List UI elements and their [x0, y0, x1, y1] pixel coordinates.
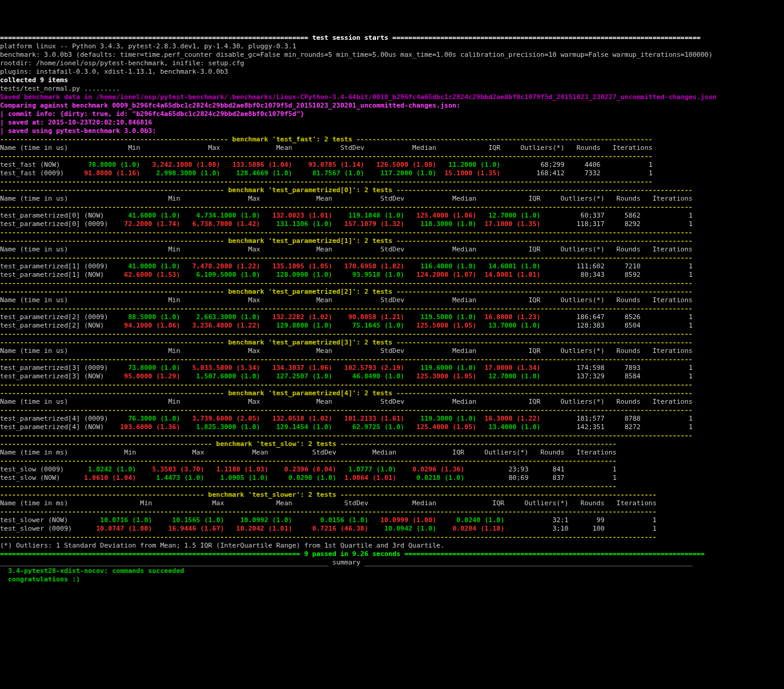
terminal-output: ========================================…: [0, 34, 784, 584]
